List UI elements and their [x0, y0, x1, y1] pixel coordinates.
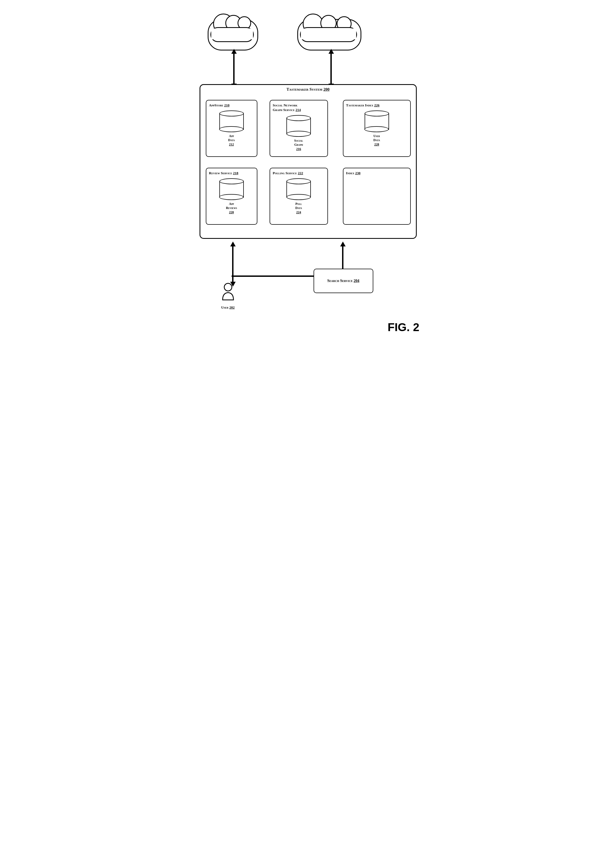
social-networks-cloud-shape [297, 14, 360, 43]
review-db-cylinder [219, 178, 244, 197]
appstore-service-label: AppStore [209, 103, 223, 107]
user-label-text: User [221, 305, 229, 309]
social-graph-service-box: Social NetworkGraph Service 214 SocialGr… [270, 100, 328, 157]
tastemaker-index-db: UserData228 [365, 111, 389, 147]
search-service-box: Search Service 204 [314, 269, 373, 293]
arrow-appstore-to-system [231, 49, 237, 88]
tastemaker-index-db-cylinder [365, 111, 389, 130]
user-label: User 202 [221, 305, 235, 309]
tastemaker-index-db-bottom [364, 126, 389, 132]
user-svg [220, 282, 236, 304]
social-graph-db: SocialGraph216 [286, 115, 311, 151]
svg-point-0 [224, 283, 232, 291]
arrow-head-up-1 [231, 49, 237, 54]
social-graph-db-bottom [286, 131, 311, 137]
review-service-box: Review Service 218 AppReviews220 [206, 168, 257, 225]
arrow-line-v-4 [342, 246, 343, 271]
system-title-text: Tastemaker System [286, 87, 322, 91]
tastemaker-index-service-box: Tastemaker Index 226 UserData228 [343, 100, 411, 157]
appstore-db-label: AppData212 [228, 134, 234, 147]
system-title-ref: 200 [323, 87, 330, 91]
social-graph-db-label: SocialGraph216 [294, 139, 303, 151]
arrow-head-up-3 [230, 242, 236, 246]
arrow-line-v-2 [330, 54, 332, 83]
arrow-head-up-4 [340, 242, 346, 246]
social-graph-db-cylinder [286, 115, 311, 134]
index-service-title: Index 230 [346, 171, 360, 176]
appstore-db-bottom [219, 126, 243, 132]
fig-label-text: FIG. 2 [388, 321, 419, 334]
appstore-db-cylinder [219, 111, 244, 130]
search-service-text: Search Service [327, 279, 353, 283]
appstore-db-top [219, 111, 244, 116]
review-service-title: Review Service 218 [209, 171, 239, 176]
index-service-box: Index 230 [343, 168, 411, 225]
polling-db-bottom [286, 194, 311, 200]
tastemaker-index-db-label: UserData228 [373, 134, 380, 147]
review-db: AppReviews220 [219, 178, 244, 215]
diagram-container: AppStore 206 Social Networks 208 Tastema… [191, 5, 425, 337]
polling-db: PollData224 [286, 178, 311, 215]
search-service-ref: 204 [354, 279, 359, 283]
appstore-service-title: AppStore 210 [209, 103, 229, 108]
search-service-label: Search Service 204 [327, 279, 359, 283]
polling-service-box: Polling Service 222 PollData224 [270, 168, 328, 225]
social-graph-service-title: Social NetworkGraph Service 214 [273, 103, 301, 112]
appstore-cloud-shape [208, 14, 257, 43]
arrow-head-up-2 [328, 49, 334, 54]
polling-db-cylinder [286, 178, 311, 197]
social-networks-cloud: Social Networks 208 [297, 11, 360, 49]
user-label-ref: 202 [229, 305, 235, 309]
appstore-service-box: AppStore 210 AppData212 [206, 100, 257, 157]
fig-label: FIG. 2 [388, 321, 419, 334]
appstore-db: AppData212 [219, 111, 244, 147]
polling-service-title: Polling Service 222 [273, 171, 303, 176]
appstore-service-ref: 210 [224, 103, 229, 107]
appstore-cloud: AppStore 206 [208, 11, 257, 49]
social-graph-db-top [286, 115, 311, 121]
review-db-bottom [219, 194, 243, 200]
polling-db-top [286, 178, 311, 184]
tastemaker-system-box: Tastemaker System 200 AppStore 210 AppDa… [200, 84, 417, 239]
review-db-label: AppReviews220 [226, 202, 237, 215]
system-title: Tastemaker System 200 [200, 87, 416, 92]
arrow-user-to-system [230, 242, 236, 286]
tastemaker-index-service-title: Tastemaker Index 226 [346, 103, 380, 108]
review-db-top [219, 178, 244, 184]
arrow-line-v-1 [233, 54, 234, 83]
arrow-social-to-system [328, 49, 334, 88]
polling-db-label: PollData224 [296, 202, 302, 215]
user-figure: User 202 [220, 282, 236, 309]
tastemaker-index-db-top [365, 111, 389, 116]
